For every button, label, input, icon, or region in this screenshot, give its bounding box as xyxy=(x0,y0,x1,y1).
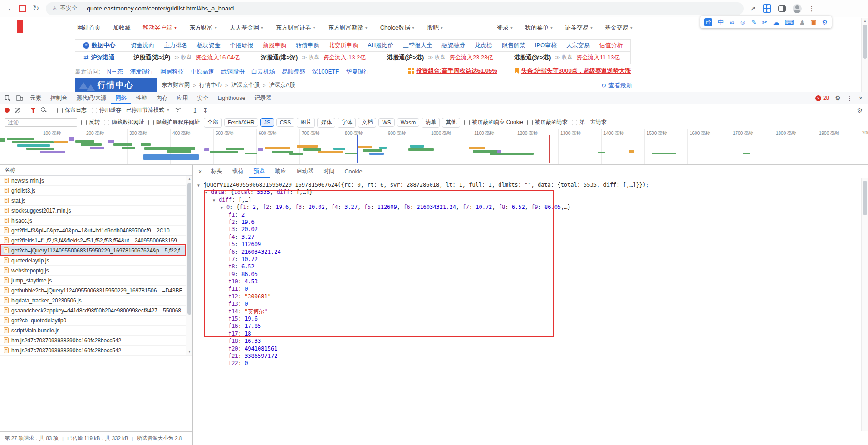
refresh-latest-button[interactable]: ↻ 查看最新 xyxy=(601,81,632,89)
import-har-icon[interactable]: ↥ xyxy=(192,107,198,114)
filter-chip[interactable]: 字体 xyxy=(338,118,356,128)
site-nav-item[interactable]: 证券交易▼ xyxy=(565,24,593,32)
pinned-extension-icon[interactable] xyxy=(763,4,771,13)
third-party-checkbox[interactable]: 第三方请求 xyxy=(572,119,607,126)
request-row[interactable]: getbubble?cb=jQuery112409550068315950229… xyxy=(0,286,192,296)
address-bar[interactable]: ⚠ 不安全 quote.eastmoney.com/center/gridlis… xyxy=(46,2,744,15)
request-row[interactable]: get?cb=quotedelaytip0 xyxy=(0,316,192,326)
request-row[interactable]: gridlist3.js xyxy=(0,186,192,196)
preview-scrollbar[interactable] xyxy=(861,178,868,431)
data-center-link[interactable]: 主力排名 xyxy=(164,41,187,49)
devtools-tab-内存[interactable]: 内存 xyxy=(152,92,172,104)
request-row[interactable]: hm.js?d7c7037093938390bc160fc28becc542 xyxy=(0,346,192,356)
recent-link[interactable]: 网宿科技 xyxy=(160,68,184,76)
recent-link[interactable]: 中原高速 xyxy=(191,68,214,76)
filter-chip[interactable]: CSS xyxy=(276,118,295,127)
user-icon[interactable]: ♟ xyxy=(799,19,805,25)
site-nav-item[interactable]: 移动客户端▼ xyxy=(143,24,177,32)
network-overview-timeline[interactable]: 100 毫秒200 毫秒300 毫秒400 毫秒500 毫秒600 毫秒700 … xyxy=(0,129,868,165)
filter-chip[interactable]: 全部 xyxy=(204,118,222,128)
filter-chip[interactable]: 文档 xyxy=(358,118,376,128)
request-row[interactable]: hisacc.js xyxy=(0,216,192,226)
reload-button[interactable]: ↻ xyxy=(29,2,42,15)
devtools-tab-源代码/来源[interactable]: 源代码/来源 xyxy=(72,92,111,104)
request-row[interactable]: hm.js?d7c7037093938390bc160fc28becc542 xyxy=(0,336,192,346)
keyboard-icon[interactable]: ⌨ xyxy=(785,19,794,25)
disable-cache-checkbox[interactable]: 停用缓存 xyxy=(92,106,121,114)
hide-extension-urls-checkbox[interactable]: 隐藏扩展程序网址 xyxy=(148,119,200,126)
site-nav-item[interactable]: 网站首页 xyxy=(77,24,101,32)
throttling-select[interactable]: 已停用节流模式▼ xyxy=(126,106,170,114)
data-center-label[interactable]: ≡ 数据中心 xyxy=(75,40,123,51)
menu-icon[interactable]: ⋮ xyxy=(809,5,815,13)
recent-link[interactable]: 浦发银行 xyxy=(130,68,153,76)
request-row[interactable]: get?cb=jQuery112409550068315950229_16978… xyxy=(0,246,192,256)
request-row[interactable]: quotedelaytip.js xyxy=(0,256,192,266)
promo-item[interactable]: 头条:沪指失守3000点，超级赛道逆势大涨 xyxy=(515,67,631,75)
back-button[interactable]: ← xyxy=(5,2,17,15)
filter-chip[interactable]: Wasm xyxy=(397,118,420,127)
bag-icon[interactable]: ▣ xyxy=(810,19,816,25)
recent-link[interactable]: 华夏银行 xyxy=(346,68,369,76)
detail-tab-启动器[interactable]: 启动器 xyxy=(292,165,318,178)
network-settings-icon[interactable]: ⚙ xyxy=(857,107,863,114)
request-row[interactable]: gsaandcheck?appkey=d41d8cd98f00b204e9800… xyxy=(0,306,192,316)
page-scrollbar[interactable]: ▲ xyxy=(861,18,868,92)
blocked-requests-checkbox[interactable]: 被屏蔽的请求 xyxy=(527,119,568,126)
site-nav-item[interactable]: 股吧▼ xyxy=(427,24,443,32)
site-nav-item[interactable]: 东方财富期货▼ xyxy=(328,24,368,32)
blocked-cookies-checkbox[interactable]: 被屏蔽的响应 Cookie xyxy=(464,119,523,126)
request-list-scrollbar[interactable]: ▲ ▼ xyxy=(186,176,192,355)
request-row[interactable]: stat.js xyxy=(0,196,192,206)
breadcrumb-item[interactable]: 行情中心 xyxy=(199,81,222,89)
devtools-tab-安全[interactable]: 安全 xyxy=(192,92,213,104)
close-devtools-icon[interactable]: × xyxy=(859,94,863,102)
recent-link[interactable]: N三态 xyxy=(107,68,123,76)
devtools-tab-控制台[interactable]: 控制台 xyxy=(46,92,72,104)
breadcrumb-item[interactable]: 沪深京个股 xyxy=(231,81,260,89)
request-row[interactable]: jump_staytime.js xyxy=(0,276,192,286)
site-nav-item[interactable]: 登录▼ xyxy=(497,24,513,32)
request-row[interactable]: get?fid=f3&pi=0&pz=40&po=1&ut=bd1d9ddb04… xyxy=(0,226,192,236)
dict-icon[interactable]: 中 xyxy=(718,19,724,25)
site-nav-item[interactable]: 加收藏 xyxy=(113,24,131,32)
hsgt-segment[interactable]: 深股通(港>深)≫ 收盘资金流入-13.2亿 xyxy=(250,51,378,64)
site-nav-item[interactable]: 我的菜单▼ xyxy=(525,24,553,32)
data-center-link[interactable]: 新股申购 xyxy=(263,41,286,49)
hsgt-label[interactable]: ⇄ 沪深港通 xyxy=(75,51,123,64)
filter-chip[interactable]: 清单 xyxy=(422,118,440,128)
request-row[interactable]: scriptMain.bundle.js xyxy=(0,326,192,336)
gear-icon[interactable]: ⚙ xyxy=(822,19,828,25)
data-center-link[interactable]: 转债申购 xyxy=(296,41,319,49)
site-nav-item[interactable]: 东方财富证券▼ xyxy=(276,24,316,32)
recent-link[interactable]: 武钢股份 xyxy=(221,68,245,76)
data-center-link[interactable]: 融资融券 xyxy=(442,41,466,49)
error-count-badge[interactable]: × 28 xyxy=(815,95,829,101)
data-center-link[interactable]: 估值分析 xyxy=(599,41,623,49)
export-har-icon[interactable]: ↧ xyxy=(203,107,208,114)
detail-tab-预览[interactable]: 预览 xyxy=(249,165,270,178)
hide-data-urls-checkbox[interactable]: 隐藏数据网址 xyxy=(104,119,144,126)
filter-chip[interactable]: 其他 xyxy=(442,118,460,128)
search-icon[interactable] xyxy=(41,107,47,113)
request-row[interactable]: newsts.min.js xyxy=(0,176,192,186)
data-center-link[interactable]: 龙虎榜 xyxy=(475,41,492,49)
data-center-link[interactable]: 三季报大全 xyxy=(403,41,432,49)
invert-checkbox[interactable]: 反转 xyxy=(81,119,100,126)
site-nav-item[interactable]: Choice数据▼ xyxy=(380,24,415,32)
devtools-tab-性能[interactable]: 性能 xyxy=(131,92,152,104)
detail-tab-Cookie[interactable]: Cookie xyxy=(340,165,367,178)
recent-link[interactable]: 易顺鼎盛 xyxy=(282,68,305,76)
data-center-link[interactable]: IPO审核 xyxy=(535,41,557,49)
filter-chip[interactable]: 图片 xyxy=(297,118,315,128)
devtools-tab-记录器[interactable]: 记录器 xyxy=(250,92,276,104)
request-row[interactable]: get?fields1=f1,f2,f3,f4&fields2=f51,f52,… xyxy=(0,236,192,246)
site-nav-item[interactable]: 东方财富▼ xyxy=(189,24,217,32)
more-options-icon[interactable]: ⋮ xyxy=(847,94,853,102)
filter-funnel-icon[interactable] xyxy=(30,108,36,113)
breadcrumb-item[interactable]: 东方财富网 xyxy=(162,81,190,89)
hsgt-segment[interactable]: 港股通(深>港)≫ 收盘资金流入11.13亿 xyxy=(504,51,631,64)
preserve-log-checkbox[interactable]: 保留日志 xyxy=(57,106,87,114)
data-center-link[interactable]: 资金流向 xyxy=(131,41,154,49)
cloud-icon[interactable]: ☁ xyxy=(773,19,779,25)
